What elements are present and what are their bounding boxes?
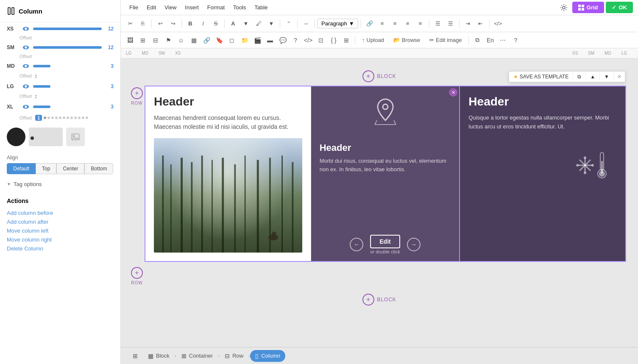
help2-btn[interactable]: ?	[510, 34, 521, 46]
menu-format[interactable]: Format	[204, 3, 228, 12]
insert-flag-btn[interactable]: ⚑	[162, 34, 174, 46]
insert-widget-btn[interactable]: ⊡	[315, 34, 327, 46]
edit-image-btn[interactable]: ✏ Edit image	[425, 35, 466, 45]
xs-visibility-toggle[interactable]	[22, 25, 30, 33]
lg-visibility-toggle[interactable]	[22, 83, 30, 90]
insert-hr-btn[interactable]: ▬	[264, 34, 276, 46]
translate-btn[interactable]: En	[484, 34, 496, 46]
redo-btn[interactable]: ↪	[167, 18, 179, 30]
insert-folder-btn[interactable]: 📁	[239, 34, 251, 46]
color-picker-dark[interactable]	[7, 128, 25, 146]
insert-link-btn[interactable]: 🔗	[201, 34, 212, 46]
font-color-btn[interactable]: A	[227, 18, 239, 30]
xs-slider[interactable]	[33, 28, 102, 30]
menu-view[interactable]: View	[161, 3, 180, 12]
align-default-btn[interactable]: Default	[7, 163, 36, 174]
highlight-btn[interactable]: ▼	[240, 18, 252, 30]
move-column-right-link[interactable]: Move column right	[7, 235, 114, 244]
xl-visibility-toggle[interactable]	[22, 103, 30, 111]
image-picker[interactable]	[66, 128, 85, 146]
menu-tools[interactable]: Tools	[230, 3, 249, 12]
prev-btn[interactable]: ←	[350, 238, 363, 251]
xl-slider[interactable]	[33, 106, 102, 108]
add-column-after-link[interactable]: Add column after	[7, 217, 114, 226]
breadcrumb-container[interactable]: ⊠ Container	[176, 350, 218, 362]
list-ol-btn[interactable]: ☰	[445, 18, 457, 30]
upload-btn[interactable]: ↑ Upload	[358, 35, 388, 45]
link-btn[interactable]: 🔗	[364, 18, 376, 30]
strikethrough-btn[interactable]: S	[210, 18, 222, 30]
menu-file[interactable]: File	[126, 3, 142, 12]
insert-table-btn[interactable]: ⊞	[137, 34, 149, 46]
insert-box-btn[interactable]: ◻	[226, 34, 238, 46]
insert-speech-btn[interactable]: 💬	[277, 34, 289, 46]
align-bottom-btn[interactable]: Bottom	[84, 163, 113, 174]
browse-btn[interactable]: 📂 Browse	[389, 35, 424, 45]
code-btn[interactable]: </>	[492, 18, 504, 30]
outdent-btn[interactable]: ⇤	[475, 18, 487, 30]
undo-btn[interactable]: ↩	[154, 18, 166, 30]
add-row-bottom-btn[interactable]: +	[131, 267, 143, 279]
align-left-btn[interactable]: ≡	[376, 18, 388, 30]
breadcrumb-layout[interactable]: ⊞	[128, 350, 143, 362]
save-template-btn[interactable]: ★ SAVE AS TEMPLATE	[509, 72, 573, 82]
italic-btn[interactable]: I	[197, 18, 209, 30]
menu-insert[interactable]: Insert	[181, 3, 202, 12]
add-block-bottom-btn[interactable]: + BLOCK	[362, 294, 396, 306]
sm-slider[interactable]	[33, 46, 102, 49]
align-right-btn[interactable]: ≡	[402, 18, 414, 30]
md-visibility-toggle[interactable]	[22, 62, 30, 70]
close-toolbar-btn[interactable]: ✕	[614, 72, 625, 82]
blockquote-btn[interactable]: "	[283, 18, 295, 30]
color-picker-light[interactable]	[29, 128, 63, 146]
next-btn[interactable]: →	[407, 238, 421, 251]
align-center-btn[interactable]: Center	[56, 163, 84, 174]
insert-form-btn[interactable]: ⊟	[150, 34, 162, 46]
canvas-area[interactable]: + BLOCK + ROW ★ SAVE AS TEMPLATE ⧉ ▲	[121, 58, 638, 347]
md-slider[interactable]	[33, 65, 102, 67]
copy-btn[interactable]: ⎘	[137, 18, 149, 30]
more-btn[interactable]: ⋯	[497, 34, 509, 46]
add-row-top-btn[interactable]: +	[131, 87, 143, 99]
insert-code-btn[interactable]: { }	[328, 34, 340, 46]
move-column-left-link[interactable]: Move column left	[7, 226, 114, 235]
add-block-top-btn[interactable]: + BLOCK	[362, 70, 396, 82]
bold-btn[interactable]: B	[184, 18, 196, 30]
align-center-btn2[interactable]: ≡	[389, 18, 401, 30]
duplicate-col-btn[interactable]: ⧉	[573, 72, 586, 82]
breadcrumb-row[interactable]: ⊟ Row	[220, 350, 248, 362]
menu-table[interactable]: Table	[251, 3, 271, 12]
insert-emoji-btn[interactable]: ☺	[175, 34, 187, 46]
marker-arrow-btn[interactable]: ▼	[265, 18, 277, 30]
add-column-before-link[interactable]: Add column before	[7, 208, 114, 217]
breadcrumb-column[interactable]: ▯ Column	[250, 350, 285, 362]
marker-btn[interactable]: 🖊	[253, 18, 265, 30]
align-justify-btn[interactable]: ≡	[415, 18, 426, 30]
lg-slider[interactable]	[33, 85, 102, 88]
paragraph-select[interactable]: Paragraph ▼	[318, 19, 358, 28]
cut-btn[interactable]: ✂	[124, 18, 136, 30]
tag-options[interactable]: ▼ Tag options	[0, 178, 120, 191]
insert-table2-btn[interactable]: ▦	[188, 34, 200, 46]
insert-grid-btn[interactable]: ⊞	[340, 34, 352, 46]
align-top-btn[interactable]: Top	[36, 163, 56, 174]
delete-column-link[interactable]: Delete Column	[7, 244, 114, 253]
sm-visibility-toggle[interactable]	[22, 44, 30, 51]
settings-btn[interactable]	[557, 1, 571, 14]
insert-media-btn[interactable]: 🎬	[251, 34, 263, 46]
insert-image-btn[interactable]: 🖼	[124, 34, 136, 46]
move-up-btn[interactable]: ▲	[586, 72, 600, 82]
menu-edit[interactable]: Edit	[143, 3, 159, 12]
move-down-btn[interactable]: ▼	[600, 72, 614, 82]
grid-btn[interactable]: Grid	[572, 2, 604, 13]
insert-help-btn[interactable]: ?	[290, 34, 301, 46]
insert-html-btn[interactable]: </>	[302, 34, 314, 46]
list-ul-btn[interactable]: ☰	[432, 18, 444, 30]
duplicate-btn[interactable]: ⧉	[471, 34, 483, 46]
edit-content-btn[interactable]: Edit	[370, 235, 400, 248]
ok-btn[interactable]: ✓ OK	[606, 2, 633, 13]
text-direction-btn[interactable]: ↔	[300, 18, 312, 30]
breadcrumb-block[interactable]: ▦ Block	[143, 350, 175, 362]
insert-bookmark-btn[interactable]: 🔖	[213, 34, 225, 46]
indent-btn[interactable]: ⇥	[462, 18, 474, 30]
